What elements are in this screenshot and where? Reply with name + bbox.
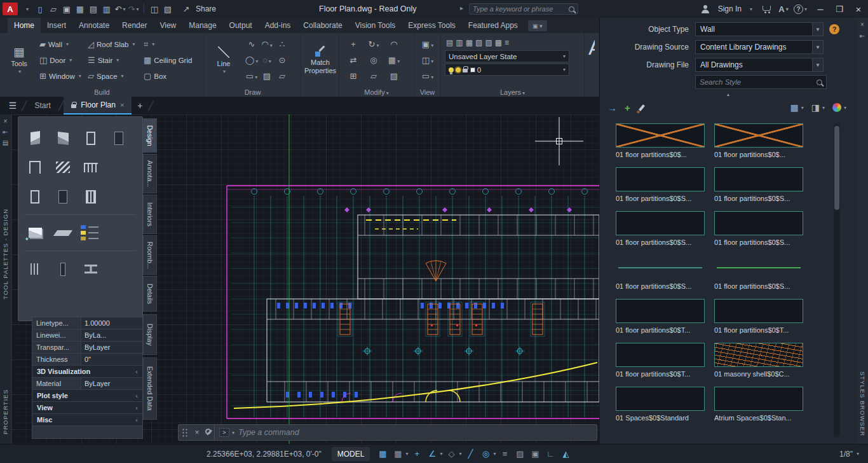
mtext-icon[interactable]: A: [588, 36, 595, 58]
polyline-icon[interactable]: ∿: [248, 40, 255, 48]
draw-panel-label[interactable]: Draw: [205, 88, 301, 96]
palette-properties-icon[interactable]: ▤: [3, 140, 8, 146]
new-tab-button[interactable]: +: [132, 97, 148, 114]
style-card[interactable]: 01 floor partitions$0$S...: [714, 167, 803, 202]
style-search-box[interactable]: [695, 75, 827, 89]
undo-icon[interactable]: ↶▾: [114, 2, 126, 16]
plot-preview-icon[interactable]: ▥: [100, 2, 113, 16]
palette-tab-annotation[interactable]: Annota...: [143, 154, 157, 193]
stair-tool-icon[interactable]: [53, 155, 73, 179]
style-card[interactable]: 01 floor partitions$0$...: [616, 123, 705, 158]
ribbon-display-toggle[interactable]: ▣ ▾: [528, 20, 547, 31]
cart-icon[interactable]: [761, 2, 773, 16]
layer-states-icon[interactable]: ≡: [505, 39, 509, 46]
ribbon-tab-output[interactable]: Output: [223, 18, 259, 33]
title-expand-icon[interactable]: ▸: [460, 4, 463, 11]
styles-autohide-icon[interactable]: ⇤: [860, 33, 865, 39]
palette-tab-roombook[interactable]: Roomb...: [143, 235, 157, 275]
annotation-panel-label[interactable]: Ar: [585, 88, 599, 96]
ribbon-tab-collaborate[interactable]: Collaborate: [297, 18, 348, 33]
color-scheme-button[interactable]: ▾: [832, 103, 846, 112]
app-store-icon[interactable]: A▾: [777, 2, 790, 16]
command-bar-close-icon[interactable]: ×: [191, 428, 203, 437]
save-icon[interactable]: ▣: [60, 2, 73, 16]
style-search-input[interactable]: [700, 78, 817, 86]
move-icon[interactable]: +: [351, 40, 356, 48]
wall-tool-icon[interactable]: [25, 126, 45, 150]
collapse-filters-button[interactable]: ▲: [600, 90, 857, 98]
stair-button[interactable]: ☰Stair▾: [88, 56, 144, 64]
section-plot-style[interactable]: Plot style‹: [32, 390, 142, 402]
scale-icon[interactable]: ▱: [370, 72, 377, 80]
object-snap-tracking-icon[interactable]: ╱: [464, 448, 477, 460]
layer-freeze-icon[interactable]: ▧: [475, 39, 482, 46]
close-button[interactable]: ×: [849, 0, 868, 18]
model-space-button[interactable]: MODEL: [332, 447, 370, 461]
search-icon[interactable]: [569, 6, 574, 12]
style-card[interactable]: 01 floor partitions$0$...: [714, 123, 803, 158]
plot-icon[interactable]: ▤: [87, 2, 100, 16]
style-card[interactable]: 01 masonry shell$0$C...: [714, 343, 803, 378]
circle-icon[interactable]: ◯▾: [245, 56, 259, 64]
palette-tab-interiors[interactable]: Interiors: [143, 195, 157, 234]
layer-lock-icon[interactable]: ▨: [485, 39, 492, 46]
double-door-tool-icon[interactable]: [53, 184, 73, 209]
file-tab-floor-plan[interactable]: Floor Plan ×: [64, 97, 132, 114]
ortho-toggle-icon[interactable]: +: [410, 448, 423, 460]
share-button[interactable]: ↗Share: [180, 2, 216, 16]
space-button[interactable]: ▱Space▾: [88, 72, 144, 80]
palette-tab-design[interactable]: Design: [143, 118, 157, 153]
stretch-icon[interactable]: ⊞: [350, 72, 357, 80]
revision-cloud-icon[interactable]: ◌▾: [262, 56, 271, 64]
view-options-button[interactable]: ▦▾: [790, 102, 803, 113]
door-panel-tool-icon[interactable]: [109, 126, 129, 150]
command-bar-grip[interactable]: [182, 428, 188, 438]
rotate-icon[interactable]: ↻▾: [369, 40, 379, 48]
array-icon[interactable]: ▦▾: [388, 56, 400, 64]
polar-tracking-icon[interactable]: ∠: [426, 448, 438, 460]
property-row[interactable]: Linetype...1.00000: [32, 317, 142, 329]
roof-slab-button[interactable]: ◿Roof Slab▾: [88, 40, 144, 48]
help-search-box[interactable]: [469, 3, 578, 15]
panel-options-button[interactable]: ◨▾: [811, 102, 825, 113]
minimize-button[interactable]: ─: [811, 0, 830, 18]
layer-isolate-icon[interactable]: ▦: [466, 39, 473, 46]
styles-help-icon[interactable]: ?: [829, 24, 839, 34]
file-tab-start[interactable]: Start: [27, 97, 58, 114]
property-row[interactable]: Linewei...ByLa...: [32, 329, 142, 342]
property-row[interactable]: Thickness0": [32, 354, 142, 366]
wall-segment-tool-icon[interactable]: [53, 126, 73, 150]
visual-style-icon[interactable]: ▣▾: [422, 40, 433, 48]
ribbon-tab-home[interactable]: Home: [8, 18, 41, 33]
hatch-icon[interactable]: ▨: [263, 72, 271, 80]
palette-tab-details[interactable]: Details: [143, 276, 157, 312]
layers-panel-label[interactable]: Layers▾: [441, 88, 584, 96]
save-as-icon[interactable]: ▦: [74, 2, 86, 16]
dynamic-ucs-icon[interactable]: ∟: [544, 448, 557, 460]
view-panel-label[interactable]: View: [414, 88, 440, 96]
ribbon-tab-featured-apps[interactable]: Featured Apps: [462, 18, 524, 33]
window-button[interactable]: ⊞Window▾: [39, 72, 88, 80]
palette-close-icon[interactable]: ×: [4, 118, 8, 125]
wall-button[interactable]: ▰Wall▾: [39, 40, 88, 48]
file-tabs-menu-icon[interactable]: ☰: [4, 97, 22, 114]
scrollbar-thumb[interactable]: [834, 126, 839, 210]
mass-element-tool-icon[interactable]: [25, 221, 45, 245]
match-properties-button[interactable]: Match Properties: [305, 36, 336, 85]
style-card[interactable]: Atrium Spaces$0$Stan...: [714, 387, 803, 422]
rectangle-icon[interactable]: ▭▾: [246, 72, 257, 80]
offset-icon[interactable]: ◎: [370, 56, 377, 64]
style-card[interactable]: 01 floor partitions$0$S...: [616, 167, 705, 202]
viewport-icon[interactable]: ◫▾: [422, 56, 433, 64]
railing-tool-icon[interactable]: [81, 155, 101, 179]
ribbon-tab-vision-tools[interactable]: Vision Tools: [349, 18, 402, 33]
drawing-compare-icon[interactable]: ◫: [148, 2, 161, 16]
line-button[interactable]: Line ▾: [208, 36, 239, 85]
help-icon[interactable]: ?▾: [794, 2, 807, 16]
drawing-source-dropdown[interactable]: Content Library Drawings▼: [695, 40, 824, 54]
style-card[interactable]: 01 Spaces$0$Standard: [616, 387, 705, 422]
object-snap-icon[interactable]: ◎: [479, 448, 492, 460]
isodraft-icon[interactable]: ◇: [445, 448, 458, 460]
style-card[interactable]: 01 floor partitions$0$T...: [714, 299, 803, 334]
command-input-field[interactable]: >▾: [214, 425, 597, 440]
